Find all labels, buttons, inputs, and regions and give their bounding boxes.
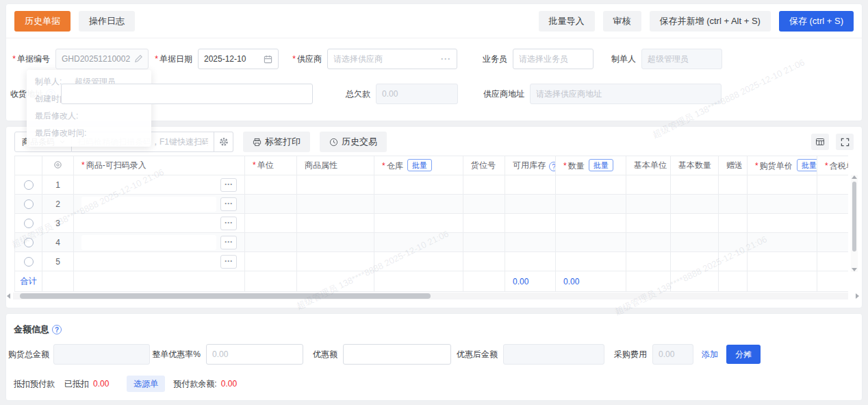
product-input[interactable] — [81, 216, 216, 231]
history-trade-button[interactable]: 历史交易 — [320, 132, 387, 152]
table-cell[interactable] — [297, 214, 374, 233]
table-cell[interactable] — [297, 252, 374, 271]
batch-import-button[interactable]: 批量导入 — [539, 11, 595, 32]
table-cell[interactable] — [719, 195, 748, 214]
supplier-field[interactable]: ··· — [327, 49, 457, 69]
table-cell[interactable] — [463, 214, 505, 233]
table-cell[interactable] — [505, 233, 556, 252]
salesman-input[interactable] — [519, 54, 587, 64]
table-cell[interactable] — [626, 233, 671, 252]
table-cell[interactable] — [297, 195, 374, 214]
doc-no-input[interactable] — [62, 54, 134, 64]
discount-amount-field[interactable] — [343, 344, 451, 365]
operation-log-button[interactable]: 操作日志 — [79, 11, 135, 32]
table-cell[interactable] — [245, 252, 297, 271]
table-cell[interactable] — [817, 233, 849, 252]
product-picker-button[interactable]: ··· — [220, 197, 237, 211]
table-cell[interactable] — [817, 252, 849, 271]
table-cell[interactable] — [626, 252, 671, 271]
product-picker-button[interactable]: ··· — [220, 236, 237, 249]
discount-rate-input[interactable] — [212, 349, 297, 359]
discount-amount-input[interactable] — [349, 349, 445, 359]
help-icon[interactable]: ? — [549, 162, 556, 171]
table-cell[interactable] — [463, 175, 505, 195]
history-docs-button[interactable]: 历史单据 — [14, 11, 71, 32]
table-cell[interactable] — [556, 195, 626, 214]
label-print-button[interactable]: 标签打印 — [243, 132, 310, 152]
scroll-right-arrow[interactable] — [856, 293, 859, 299]
table-cell[interactable] — [748, 252, 817, 271]
allocate-button[interactable]: 分摊 — [726, 345, 761, 364]
product-input[interactable] — [81, 177, 216, 193]
vertical-scroll-thumb[interactable] — [852, 182, 856, 251]
doc-date-input[interactable] — [204, 54, 264, 64]
table-cell[interactable] — [463, 252, 505, 271]
row-radio[interactable] — [24, 238, 34, 247]
table-cell[interactable] — [719, 252, 748, 271]
horizontal-scrollbar[interactable] — [13, 293, 848, 299]
table-cell[interactable] — [505, 195, 556, 214]
receive-address-field[interactable] — [61, 84, 313, 104]
table-cell[interactable] — [748, 195, 817, 214]
table-cell[interactable] — [817, 195, 849, 214]
table-cell[interactable] — [374, 195, 463, 214]
scan-settings-button[interactable] — [214, 132, 233, 152]
table-cell[interactable] — [245, 233, 297, 252]
supplier-picker-icon[interactable]: ··· — [441, 54, 451, 64]
table-cell[interactable] — [556, 252, 626, 271]
table-cell[interactable] — [374, 175, 463, 195]
scroll-left-arrow[interactable] — [7, 293, 10, 299]
table-cell[interactable] — [671, 233, 719, 252]
table-cell[interactable] — [626, 195, 671, 214]
table-cell[interactable] — [374, 233, 463, 252]
table-cell[interactable] — [463, 195, 505, 214]
calendar-icon[interactable] — [264, 55, 272, 64]
product-picker-button[interactable]: ··· — [220, 217, 237, 230]
supplier-input[interactable] — [333, 54, 441, 64]
table-cell[interactable] — [671, 214, 719, 233]
vertical-scrollbar[interactable] — [851, 175, 858, 272]
help-icon[interactable]: ? — [52, 325, 62, 334]
add-fee-link[interactable]: 添加 — [702, 349, 718, 360]
row-radio[interactable] — [24, 199, 34, 209]
table-cell[interactable] — [505, 252, 556, 271]
table-cell[interactable] — [297, 175, 374, 195]
table-cell[interactable] — [245, 214, 297, 233]
scroll-up-arrow[interactable] — [852, 175, 857, 179]
product-input[interactable] — [81, 235, 216, 250]
salesman-field[interactable] — [513, 49, 593, 69]
table-cell[interactable] — [297, 233, 374, 252]
table-cell[interactable] — [719, 233, 748, 252]
table-cell[interactable] — [817, 214, 849, 233]
table-cell[interactable] — [748, 233, 817, 252]
table-cell[interactable] — [556, 175, 626, 195]
fullscreen-button[interactable] — [836, 134, 854, 150]
select-source-button[interactable]: 选源单 — [127, 376, 165, 392]
save-and-new-button[interactable]: 保存并新增 (ctrl + Alt + S) — [650, 11, 771, 32]
row-radio[interactable] — [24, 180, 34, 190]
audit-button[interactable]: 审核 — [603, 11, 641, 32]
product-picker-button[interactable]: ··· — [220, 178, 237, 192]
table-cell[interactable] — [719, 175, 748, 195]
column-config-button[interactable] — [811, 134, 829, 150]
table-cell[interactable] — [626, 175, 671, 195]
table-cell[interactable] — [245, 175, 297, 195]
table-cell[interactable] — [556, 233, 626, 252]
table-cell[interactable] — [374, 214, 463, 233]
batch-button[interactable]: 批量 — [797, 159, 817, 171]
table-cell[interactable] — [817, 175, 849, 195]
table-cell[interactable] — [505, 175, 556, 195]
table-cell[interactable] — [626, 214, 671, 233]
receive-address-input[interactable] — [67, 89, 307, 99]
doc-no-field[interactable] — [55, 49, 149, 69]
product-picker-button[interactable]: ··· — [220, 255, 237, 269]
doc-date-field[interactable] — [198, 49, 279, 69]
table-cell[interactable] — [374, 252, 463, 271]
horizontal-scroll-thumb[interactable] — [20, 293, 431, 299]
table-cell[interactable] — [719, 214, 748, 233]
table-cell[interactable] — [556, 214, 626, 233]
table-cell[interactable] — [671, 252, 719, 271]
table-cell[interactable] — [671, 175, 719, 195]
table-cell[interactable] — [748, 175, 817, 195]
table-cell[interactable] — [245, 195, 297, 214]
